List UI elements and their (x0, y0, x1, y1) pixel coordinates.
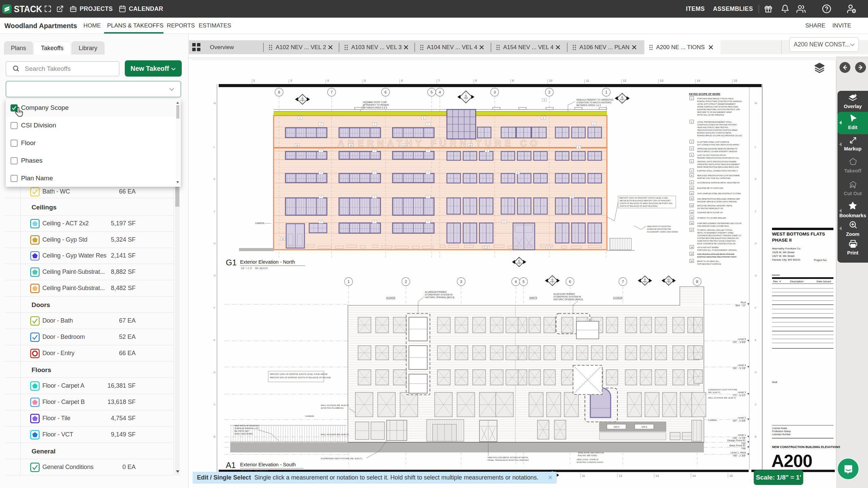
svg-text:18: 18 (691, 246, 693, 248)
svg-text:Description: Description (790, 280, 804, 283)
svg-text:Seal: Seal (772, 381, 777, 384)
svg-text:12: 12 (619, 474, 622, 477)
svg-text:Abernathy Furniture Co.: Abernathy Furniture Co. (772, 247, 801, 250)
svg-text:REBUILD PARAPET TO UNPAINTED: REBUILD PARAPET TO UNPAINTED (576, 99, 614, 101)
svg-text:A1: A1 (226, 461, 236, 470)
svg-text:11: 11 (691, 192, 693, 195)
svg-text:C: C (214, 403, 216, 406)
svg-text:NEW CONC. STAIR AT: NEW CONC. STAIR AT (577, 458, 599, 461)
svg-text:1: 1 (605, 90, 607, 94)
svg-text:IN LETTERS STEEL COAT SURFACE: IN LETTERS STEEL COAT SURFACE (697, 141, 729, 143)
svg-text:MATCH BRICK LOUVER INTEGRITY W: MATCH BRICK LOUVER INTEGRITY WINDOW (697, 150, 737, 152)
svg-text:K: K (755, 178, 757, 181)
svg-text:SPECIFICATIONS POINTING POINTI: SPECIFICATIONS POINTING POINTING REMA (697, 129, 737, 131)
svg-text:20: 20 (282, 238, 284, 240)
svg-text:FOR NEW RE AT SURFACE: FOR NEW RE AT SURFACE (697, 263, 721, 265)
svg-text:CONDITION CONDITION PROVIDE HI: CONDITION CONDITION PROVIDE HISTORIC (697, 124, 737, 126)
svg-text:G1: G1 (226, 258, 237, 267)
svg-text:748': 748' (741, 447, 746, 450)
svg-text:Roof: Roof (741, 301, 746, 304)
svg-text:C: C (755, 403, 757, 406)
svg-text:13: 13 (655, 474, 659, 477)
svg-text:7: 7 (331, 90, 333, 94)
svg-text:2: 2 (253, 79, 255, 82)
svg-text:NEW PAINT AT EXISTING: NEW PAINT AT EXISTING (647, 225, 671, 227)
svg-text:4: 4 (515, 280, 517, 284)
svg-text:20: 20 (691, 260, 693, 262)
svg-text:L: L (755, 145, 756, 148)
svg-text:NEW PATIO AT EXISTING: NEW PATIO AT EXISTING (234, 424, 259, 427)
svg-text:ABOVE BOTH BUILDINGS REPOINT 2: ABOVE BOTH BUILDINGS REPOINT 20% OF MASO… (619, 200, 671, 202)
svg-text:PHASE II: PHASE II (772, 238, 792, 243)
svg-text:14: 14 (469, 144, 471, 146)
svg-text:Project No:: Project No: (814, 259, 827, 262)
svg-text:WALL SCONCE (RE: ELECT): WALL SCONCE (RE: ELECT) (321, 433, 349, 435)
svg-text:JOINTS AT BALANCE OF WEST BUIL: JOINTS AT BALANCE OF WEST BUILDING RE PO… (619, 202, 672, 204)
svg-text:CLEANING BE AT FLOOR VIA: CLEANING BE AT FLOOR VIA (697, 211, 723, 214)
svg-text:J: J (214, 210, 215, 213)
svg-text:RESTORE TO OF ENCASEMENT WRAP: RESTORE TO OF ENCASEMENT WRAP (697, 111, 732, 113)
svg-text:ABERNATHY FURNITURE CO: ABERNATHY FURNITURE CO (338, 138, 541, 148)
svg-text:ELEVATED BE TO UNITS AND: ELEVATED BE TO UNITS AND (697, 187, 723, 189)
svg-text:A9A075: A9A075 (529, 297, 537, 299)
svg-text:PORTIONS HEAD BRACE TYPICAL FI: PORTIONS HEAD BRACE TYPICAL FIELD (697, 98, 733, 100)
svg-text:19: 19 (691, 253, 693, 255)
svg-text:ALUMINUM-FRAMED: ALUMINUM-FRAMED (425, 291, 447, 293)
svg-text:6: 6 (401, 79, 403, 82)
svg-text:G: G (755, 274, 757, 277)
svg-text:748' - 2 3/8": 748' - 2 3/8" (732, 454, 746, 457)
svg-text:804' - 11": 804' - 11" (735, 304, 746, 307)
svg-text:8: 8 (475, 79, 477, 82)
svg-text:Kansas City, MO 64101: Kansas City, MO 64101 (772, 258, 801, 261)
svg-text:K: K (214, 178, 216, 181)
svg-text:A12A026: A12A026 (386, 297, 395, 299)
svg-text:9: 9 (512, 79, 514, 82)
svg-text:ELEVATED RESTORE LOCATION PROT: ELEVATED RESTORE LOCATION PROTECT OPE (697, 108, 740, 110)
svg-text:PORTIONS SILL TO ENCASEMENT OR: PORTIONS SILL TO ENCASEMENT ORIGINAL (697, 249, 737, 251)
svg-text:4: 4 (327, 79, 329, 82)
svg-text:11: 11 (586, 79, 589, 82)
svg-text:AND ORIGINAL SPALLED BRICK PRO: AND ORIGINAL SPALLED BRICK PROVIDE (697, 253, 734, 255)
svg-text:15: 15 (734, 79, 737, 82)
svg-text:NEW HOLLOW METAL DOORS W/ META: NEW HOLLOW METAL DOORS W/ METAL (488, 456, 529, 459)
svg-text:WIRE ROPE DECORATIVE: WIRE ROPE DECORATIVE (578, 451, 604, 454)
svg-text:SUSPENDED HEAT FIXTURE (RE: EL: SUSPENDED HEAT FIXTURE (RE: ELECT) (321, 457, 362, 460)
svg-text:M: M (214, 102, 216, 105)
svg-text:12: 12 (623, 79, 626, 82)
svg-text:WALL SCONCE (RE: ELECT): WALL SCONCE (RE: ELECT) (321, 404, 349, 406)
svg-text:VIA IN AND NOT WHERE: VIA IN AND NOT WHERE (697, 246, 719, 248)
svg-text:POINTING SHALL CONNECTIONS HIS: POINTING SHALL CONNECTIONS HISTORIC F (697, 170, 738, 172)
svg-text:RE: PATIO SET: RE: PATIO SET (234, 430, 249, 432)
svg-text:4: 4 (439, 90, 441, 94)
svg-text:Level 1: Level 1 (738, 433, 746, 436)
svg-text:Rev #: Rev # (773, 280, 781, 283)
svg-text:10: 10 (549, 79, 552, 82)
svg-text:14: 14 (403, 144, 406, 146)
svg-text:SYSTEM RESTORE ELEVATIONS OPEN: SYSTEM RESTORE ELEVATIONS OPENING INT (697, 237, 739, 239)
svg-text:(DWG-2302-00250): (DWG-2302-00250) (234, 432, 253, 435)
svg-text:BETWEEN GRIDS 1 & 4: BETWEEN GRIDS 1 & 4 (576, 104, 601, 106)
svg-text:Level 1, West: Level 1, West (731, 451, 746, 454)
svg-text:3: 3 (460, 280, 462, 284)
svg-text:H: H (214, 242, 216, 245)
svg-text:Issued: Issued (772, 273, 780, 277)
svg-text:CONCRETE RECONSTRUCT OPENING S: CONCRETE RECONSTRUCT OPENING SHEET LO (697, 235, 742, 237)
svg-text:8: 8 (696, 280, 698, 284)
svg-text:MORTAR CAST KIND SILL APPROVED: MORTAR CAST KIND SILL APPROVED (697, 177, 731, 179)
svg-text:6: 6 (569, 280, 571, 284)
svg-text:7: 7 (622, 280, 624, 284)
svg-text:HISTORIC ROOF COAT: HISTORIC ROOF COAT (363, 101, 387, 103)
svg-text:Exterior Elevation - North: Exterior Elevation - North (240, 259, 295, 265)
svg-text:STOREFRONT SYSTEM IN: STOREFRONT SYSTEM IN (553, 296, 581, 298)
svg-text:LINTEL WITH STRUCT VENEER BASE: LINTEL WITH STRUCT VENEER BASEMENT (697, 103, 736, 105)
svg-text:G: G (214, 274, 216, 277)
svg-text:REPOINT 100% OF MASONRY JOINTS: REPOINT 100% OF MASONRY JOINTS LEVEL 4 A… (619, 197, 668, 199)
svg-text:781' - 5 1/8": 781' - 5 1/8" (732, 367, 746, 370)
svg-text:1/8" = 1'-0" RE: A6/XXX: 1/8" = 1'-0" RE: A6/XXX (241, 267, 268, 269)
svg-text:SHADE SURFACE CAST EXISTING RE: SHADE SURFACE CAST EXISTING REPLACED (697, 106, 738, 108)
svg-text:13: 13 (691, 205, 693, 207)
svg-text:HEAD AND STRUCT NEW TESTING: HEAD AND STRUCT NEW TESTING (697, 126, 728, 128)
svg-text:Profession Stamp: Profession Stamp (772, 430, 791, 433)
svg-text:767' - 0 3/8": 767' - 0 3/8" (732, 419, 746, 422)
svg-text:(RE: ELECT): (RE: ELECT) (708, 391, 720, 393)
